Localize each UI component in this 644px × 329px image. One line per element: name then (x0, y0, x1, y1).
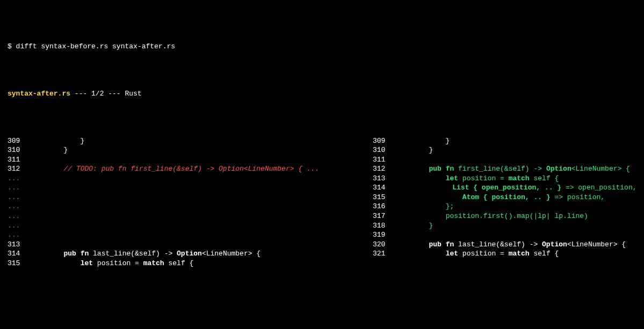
hunk-header-rest-1: --- 1/2 --- Rust (70, 89, 142, 99)
code-line: ... (8, 230, 373, 240)
code-segment: position = (458, 174, 509, 184)
code-segment: last_line(&self) -> (454, 240, 542, 250)
code-line: 318 } (373, 221, 631, 231)
code-segment (30, 249, 63, 259)
line-number: 317 (373, 211, 395, 221)
line-number: ... (8, 174, 30, 184)
hunk-1-left-pane: 309 }310 }311312 // TODO: pub fn first_l… (8, 136, 373, 268)
line-number: 318 (373, 221, 395, 231)
prompt-line-1: $ difft syntax-before.rs syntax-after.rs (8, 42, 636, 52)
line-number: 310 (8, 145, 30, 155)
code-segment: } (429, 221, 433, 231)
code-line: 314 List { open_position, .. } => open_p… (373, 183, 631, 193)
code-segment: match (509, 174, 530, 184)
code-segment: self { (164, 259, 194, 268)
code-line: ... (8, 183, 373, 193)
line-number: ... (8, 183, 30, 193)
code-segment: <LineNumber> { (202, 249, 261, 259)
code-segment (395, 202, 446, 211)
code-line: 313 (8, 240, 373, 250)
code-segment: } (30, 136, 84, 146)
code-line: 321 let position = match self { (373, 249, 631, 259)
code-line: 314 pub fn last_line(&self) -> Option<Li… (8, 249, 373, 259)
code-segment: => open_position, (561, 183, 636, 193)
code-segment: => position, (551, 193, 605, 202)
code-line: 312 // TODO: pub fn first_line(&self) ->… (8, 164, 373, 174)
code-segment: <LineNumber> { (571, 164, 630, 174)
code-line: 313 let position = match self { (373, 174, 631, 184)
terminal[interactable]: $ difft syntax-before.rs syntax-after.rs… (0, 0, 644, 329)
code-segment: Option (546, 164, 571, 174)
line-number: ... (8, 202, 30, 211)
code-segment: } (395, 145, 433, 155)
code-line: 310 } (373, 145, 631, 155)
code-segment (30, 164, 63, 174)
line-number: 315 (373, 193, 395, 202)
line-number: 312 (8, 164, 30, 174)
line-number: 311 (8, 155, 30, 165)
code-segment: position = (458, 249, 509, 259)
code-line: 312 pub fn first_line(&self) -> Option<L… (373, 164, 631, 174)
code-line: ... (8, 221, 373, 231)
line-number: 321 (373, 249, 395, 259)
code-segment (385, 183, 452, 193)
code-line: 315 let position = match self { (8, 259, 373, 268)
command-1: difft syntax-before.rs syntax-after.rs (16, 42, 175, 52)
code-segment: } (395, 136, 450, 146)
code-line: 320 pub fn last_line(&self) -> Option<Li… (373, 240, 631, 250)
code-segment: self { (530, 249, 559, 259)
code-segment: } (30, 145, 68, 155)
line-number: 314 (8, 249, 30, 259)
line-number: 309 (373, 136, 395, 146)
code-segment: pub fn (429, 164, 454, 174)
code-segment: position.first().map(|lp| lp.line) (446, 211, 588, 221)
code-segment: last_line(&self) -> (89, 249, 177, 259)
code-segment: (&self) -> (500, 164, 546, 174)
code-segment: let (81, 259, 93, 268)
code-segment (395, 221, 429, 231)
line-number: ... (8, 230, 30, 240)
code-segment: }; (446, 202, 454, 211)
line-number: 320 (373, 240, 395, 250)
code-line: 317 position.first().map(|lp| lp.line) (373, 211, 631, 221)
code-line: 319 (373, 230, 631, 240)
hunk-header-1: syntax-after.rs --- 1/2 --- Rust (8, 89, 636, 99)
code-line: ... (8, 202, 373, 211)
code-segment (395, 174, 446, 184)
code-segment: Option (542, 240, 567, 250)
code-line: 310 } (8, 145, 373, 155)
line-number: ... (8, 211, 30, 221)
hunk-1-right-pane: 309 }310 }311312 pub fn first_line(&self… (373, 136, 631, 268)
code-segment: List { open_position, .. } (452, 183, 561, 193)
code-line: 311 (8, 155, 373, 165)
code-segment: match (509, 249, 530, 259)
code-segment: first_line (454, 164, 500, 174)
line-number: 313 (8, 240, 30, 250)
code-line: 311 (373, 155, 631, 165)
code-line: 316 }; (373, 202, 631, 211)
code-segment: <LineNumber> { (567, 240, 626, 250)
code-line: ... (8, 193, 373, 202)
code-line: 315 Atom { position, .. } => position, (373, 193, 631, 202)
code-line: ... (8, 211, 373, 221)
hunk-1: 309 }310 }311312 // TODO: pub fn first_l… (8, 136, 636, 268)
code-segment (395, 240, 429, 250)
line-number: ... (8, 193, 30, 202)
code-segment: self { (530, 174, 559, 184)
line-number: 313 (373, 174, 395, 184)
code-segment: let (446, 174, 458, 184)
line-number: 319 (373, 230, 395, 240)
code-line: ... (8, 174, 373, 184)
line-number: ... (8, 221, 30, 231)
code-segment: // TODO: pub fn first_line(&self) -> Opt… (63, 164, 319, 174)
code-segment (30, 259, 81, 268)
code-segment (395, 164, 429, 174)
code-line: 309 } (8, 136, 373, 146)
code-line: 309 } (373, 136, 631, 146)
line-number: 309 (8, 136, 30, 146)
blank-line (8, 296, 636, 306)
code-segment: Option (177, 249, 202, 259)
line-number: 310 (373, 145, 395, 155)
code-segment (395, 193, 462, 202)
code-segment: pub fn (63, 249, 89, 259)
